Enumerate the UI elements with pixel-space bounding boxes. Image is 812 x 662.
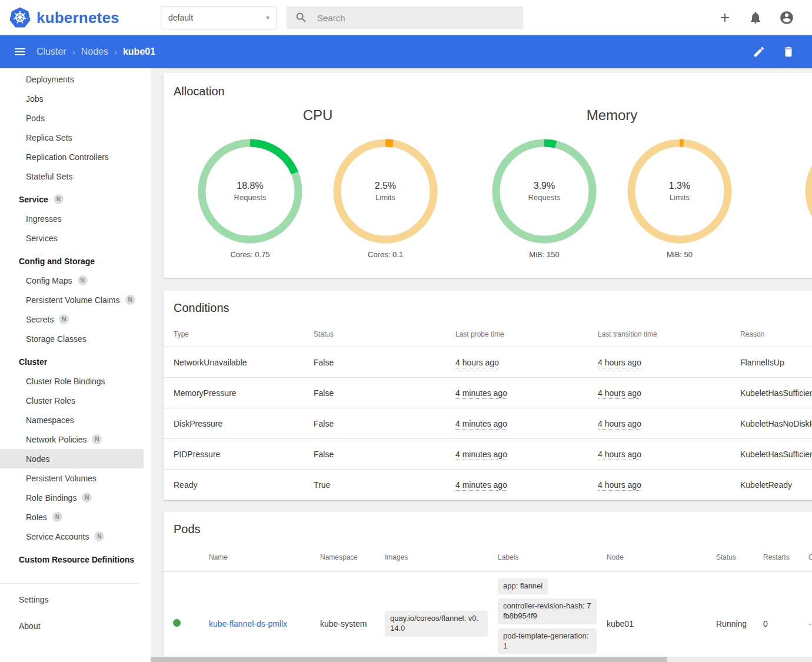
sidebar-item-stateful-sets[interactable]: Stateful Sets <box>0 167 151 186</box>
namespaced-badge: N <box>92 434 102 444</box>
relative-time-link[interactable]: 4 hours ago <box>598 419 641 430</box>
namespaced-badge: N <box>82 493 92 503</box>
search-bar[interactable] <box>287 6 523 29</box>
scrollbar-thumb[interactable] <box>151 657 667 662</box>
pod-name-link[interactable]: kube-flannel-ds-pmllx <box>209 619 287 628</box>
kubernetes-logo-icon <box>9 7 31 28</box>
namespaced-badge: N <box>94 531 104 541</box>
sidebar-item-service-accounts[interactable]: Service AccountsN <box>0 527 151 546</box>
top-header: kubernetes default ▾ <box>0 0 812 35</box>
sidebar-item-label: Nodes <box>26 454 49 464</box>
sidebar-item-secrets[interactable]: SecretsN <box>0 310 151 329</box>
sidebar-item-namespaces[interactable]: Namespaces <box>0 410 151 430</box>
column-header-label: Labels <box>498 553 518 561</box>
namespaced-badge: N <box>54 194 64 204</box>
account-circle-icon[interactable] <box>779 10 794 25</box>
delete-trash-icon[interactable] <box>782 45 795 58</box>
kubernetes-logo[interactable]: kubernetes <box>0 7 151 28</box>
relative-time-link[interactable]: 4 hours ago <box>598 388 641 399</box>
column-header-label: Status <box>716 553 736 561</box>
search-input[interactable] <box>316 12 515 24</box>
condition-status: False <box>304 347 445 378</box>
sidebar-item-deployments[interactable]: Deployments <box>0 69 151 89</box>
breadcrumb-cluster[interactable]: Cluster <box>36 46 66 57</box>
sidebar-item-services[interactable]: Services <box>0 228 151 248</box>
conditions-header-row: TypeStatusLast probe timeLast transition… <box>164 322 812 347</box>
pod-images-cell: quay.io/coreos/flannel: v0.14.0 <box>375 572 488 662</box>
sidebar-item-ingresses[interactable]: Ingresses <box>0 209 151 228</box>
sidebar-item-custom-resource-definitions[interactable]: Custom Resource Definitions <box>0 550 151 569</box>
sidebar-item-roles[interactable]: RolesN <box>0 507 151 527</box>
relative-time-link[interactable]: 4 hours ago <box>455 358 499 368</box>
condition-type: NetworkUnavailable <box>164 347 304 378</box>
allocation-card: Allocation CPU18.8%RequestsCores: 0.752.… <box>164 73 812 278</box>
sidebar-item-role-bindings[interactable]: Role BindingsN <box>0 488 151 507</box>
namespace-selector[interactable]: default ▾ <box>161 6 277 29</box>
pods-table-body: kube-flannel-ds-pmllxkube-systemquay.io/… <box>164 572 812 662</box>
donut-center-label: 18.8%Requests <box>196 137 304 245</box>
allocation-group-cpu: CPU18.8%RequestsCores: 0.752.5%LimitsCor… <box>196 107 440 259</box>
namespaced-badge: N <box>78 275 88 285</box>
condition-reason: KubeletReady <box>730 470 812 500</box>
sidebar-item-storage-classes[interactable]: Storage Classes <box>0 329 151 348</box>
sidebar-item-label: Roles <box>26 513 47 522</box>
create-plus-icon[interactable] <box>718 11 732 25</box>
relative-time-link[interactable]: 4 hours ago <box>598 358 641 368</box>
namespaced-badge: N <box>59 314 69 324</box>
sidebar-item-jobs[interactable]: Jobs <box>0 89 151 108</box>
brand-wordmark: kubernetes <box>36 9 119 27</box>
breadcrumb-separator-icon: › <box>72 47 75 57</box>
donut-caption: Cores: 0.1 <box>331 250 440 259</box>
sidebar-item-label: Ingresses <box>26 214 62 224</box>
pod-name-cell: kube-flannel-ds-pmllx <box>199 572 311 662</box>
column-header-reason: Reason <box>730 322 812 347</box>
donut-caption: MiB: 50 <box>625 250 734 259</box>
column-header-label: Restarts <box>763 553 790 561</box>
relative-time-link[interactable]: 4 hours ago <box>598 480 641 491</box>
notifications-bell-icon[interactable] <box>748 11 763 25</box>
sidebar-item-cluster-roles[interactable]: Cluster Roles <box>0 391 151 410</box>
sidebar-item-replica-sets[interactable]: Replica Sets <box>0 128 151 147</box>
condition-row: PIDPressureFalse4 minutes ago4 hours ago… <box>164 439 812 470</box>
sidebar-item-nodes[interactable]: Nodes <box>0 449 144 468</box>
donut-center-label: 1.3%Limits <box>625 137 734 245</box>
donut-metric-label: Requests <box>234 193 267 202</box>
hamburger-menu-icon[interactable] <box>0 45 35 59</box>
donut-percent-value: 18.8% <box>237 181 263 191</box>
pod-status-ok-icon <box>173 619 181 627</box>
sidebar-item-service[interactable]: ServiceN <box>0 189 151 209</box>
sidebar-item-about[interactable]: About <box>0 613 151 639</box>
sidebar-item-pods[interactable]: Pods <box>0 108 151 128</box>
relative-time-link[interactable]: 4 minutes ago <box>455 450 507 460</box>
condition-row: MemoryPressureFalse4 minutes ago4 hours … <box>164 378 812 408</box>
sidebar-item-persistent-volume-claims[interactable]: Persistent Volume ClaimsN <box>0 290 151 310</box>
donut-percent-value: 1.3% <box>669 181 690 191</box>
relative-time-link[interactable]: 4 hours ago <box>598 450 641 460</box>
donut-ring: 18.8%Requests <box>196 137 304 245</box>
donut-metric-label: Limits <box>670 193 690 202</box>
sidebar-item-settings[interactable]: Settings <box>0 586 151 613</box>
sidebar-item-cluster[interactable]: Cluster <box>0 352 151 371</box>
sidebar-item-cluster-role-bindings[interactable]: Cluster Role Bindings <box>0 371 151 391</box>
donut-percent-value: 3.9% <box>534 181 555 191</box>
sidebar-item-config-maps[interactable]: Config MapsN <box>0 271 151 290</box>
sidebar-item-config-and-storage[interactable]: Config and Storage <box>0 251 151 271</box>
condition-status: False <box>304 439 445 470</box>
breadcrumb-nodes[interactable]: Nodes <box>81 46 108 57</box>
donut-chart-memory-limits: 1.3%LimitsMiB: 50 <box>625 137 734 259</box>
relative-time-link[interactable]: 4 minutes ago <box>455 419 507 430</box>
sidebar-item-network-policies[interactable]: Network PoliciesN <box>0 430 151 449</box>
allocation-group-title: Memory <box>490 107 734 124</box>
column-header-label: Namespace <box>320 553 358 561</box>
sidebar-item-persistent-volumes[interactable]: Persistent Volumes <box>0 468 151 488</box>
column-header-restarts: Restarts <box>754 543 799 572</box>
edit-pencil-icon[interactable] <box>753 45 766 58</box>
sidebar-item-replication-controllers[interactable]: Replication Controllers <box>0 147 151 167</box>
horizontal-scrollbar[interactable] <box>151 657 812 662</box>
relative-time-link[interactable]: 4 minutes ago <box>455 388 507 399</box>
sidebar-nav: DeploymentsJobsPodsReplica SetsReplicati… <box>0 68 151 569</box>
column-header-namespace: Namespace <box>311 543 375 572</box>
relative-time-link[interactable]: 4 minutes ago <box>455 480 507 491</box>
pod-label-chip: pod-template-generation: 1 <box>498 628 597 654</box>
conditions-title: Conditions <box>164 291 812 315</box>
